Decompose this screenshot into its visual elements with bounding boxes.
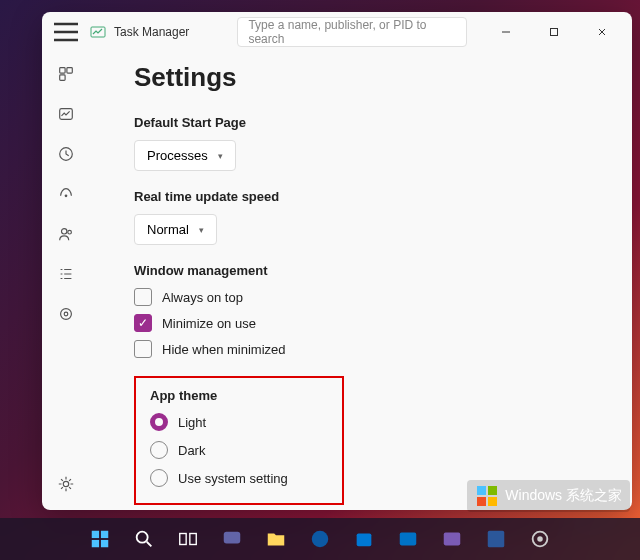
chevron-down-icon: ▾ <box>218 151 223 161</box>
highlight-annotation: App theme Light Dark Use system setting <box>134 376 344 505</box>
start-button[interactable] <box>81 520 119 558</box>
section-window-mgmt: Window management Always on top ✓ Minimi… <box>134 263 608 358</box>
sidebar <box>42 52 90 510</box>
svg-point-11 <box>64 312 68 316</box>
nav-startup[interactable] <box>47 176 85 212</box>
svg-point-8 <box>62 229 67 234</box>
nav-services[interactable] <box>47 296 85 332</box>
start-page-label: Default Start Page <box>134 115 608 130</box>
radio-system[interactable]: Use system setting <box>150 469 328 487</box>
section-start-page: Default Start Page Processes ▾ <box>134 115 608 171</box>
body: Settings Default Start Page Processes ▾ … <box>42 52 632 510</box>
page-title: Settings <box>134 62 608 93</box>
nav-users[interactable] <box>47 216 85 252</box>
window-controls <box>484 16 624 48</box>
taskbar <box>0 518 640 560</box>
radio-icon <box>150 469 168 487</box>
checkbox-hide-when-minimized[interactable]: Hide when minimized <box>134 340 608 358</box>
theme-system-label: Use system setting <box>178 471 288 486</box>
svg-rect-2 <box>60 68 65 73</box>
checkbox-icon <box>134 288 152 306</box>
svg-rect-4 <box>60 75 65 80</box>
taskbar-app-photos[interactable] <box>433 520 471 558</box>
search-input[interactable]: Type a name, publisher, or PID to search <box>237 17 467 47</box>
always-on-top-label: Always on top <box>162 290 243 305</box>
svg-rect-3 <box>67 68 72 73</box>
svg-rect-0 <box>91 27 105 37</box>
minimize-on-use-label: Minimize on use <box>162 316 256 331</box>
svg-point-31 <box>537 536 543 542</box>
svg-rect-13 <box>477 486 486 495</box>
watermark-text: Windows 系统之家 <box>505 487 622 505</box>
svg-rect-24 <box>224 532 241 544</box>
svg-rect-19 <box>92 540 99 547</box>
svg-point-25 <box>312 531 329 548</box>
nav-processes[interactable] <box>47 56 85 92</box>
start-page-value: Processes <box>147 148 208 163</box>
svg-point-10 <box>61 309 72 320</box>
app-theme-label: App theme <box>150 388 328 403</box>
svg-point-9 <box>68 230 72 234</box>
svg-rect-14 <box>488 486 497 495</box>
svg-rect-1 <box>551 29 558 36</box>
svg-point-12 <box>63 481 68 486</box>
theme-dark-label: Dark <box>178 443 205 458</box>
update-speed-dropdown[interactable]: Normal ▾ <box>134 214 217 245</box>
nav-details[interactable] <box>47 256 85 292</box>
svg-rect-15 <box>477 497 486 506</box>
taskbar-app-chat[interactable] <box>213 520 251 558</box>
taskbar-app-settings[interactable] <box>521 520 559 558</box>
radio-selected-icon <box>150 413 168 431</box>
checkbox-minimize-on-use[interactable]: ✓ Minimize on use <box>134 314 608 332</box>
maximize-button[interactable] <box>532 16 576 48</box>
radio-icon <box>150 441 168 459</box>
svg-rect-23 <box>190 534 196 545</box>
svg-rect-26 <box>357 534 372 547</box>
svg-rect-5 <box>60 109 73 120</box>
start-page-dropdown[interactable]: Processes ▾ <box>134 140 236 171</box>
radio-dark[interactable]: Dark <box>150 441 328 459</box>
taskbar-app-edge[interactable] <box>301 520 339 558</box>
taskbar-app-store[interactable] <box>345 520 383 558</box>
minimize-button[interactable] <box>484 16 528 48</box>
update-speed-label: Real time update speed <box>134 189 608 204</box>
checkbox-checked-icon: ✓ <box>134 314 152 332</box>
window-mgmt-label: Window management <box>134 263 608 278</box>
app-title: Task Manager <box>114 25 189 39</box>
taskbar-app-mail[interactable] <box>389 520 427 558</box>
svg-rect-17 <box>92 531 99 538</box>
svg-point-7 <box>65 194 68 197</box>
chevron-down-icon: ▾ <box>199 225 204 235</box>
svg-rect-20 <box>101 540 108 547</box>
windows-logo-icon <box>475 484 499 508</box>
app-icon <box>90 24 106 40</box>
nav-app-history[interactable] <box>47 136 85 172</box>
checkbox-always-on-top[interactable]: Always on top <box>134 288 608 306</box>
taskbar-app-word[interactable] <box>477 520 515 558</box>
nav-settings[interactable] <box>47 466 85 502</box>
search-icon[interactable] <box>125 520 163 558</box>
hide-when-min-label: Hide when minimized <box>162 342 286 357</box>
svg-rect-18 <box>101 531 108 538</box>
radio-light[interactable]: Light <box>150 413 328 431</box>
content-area: Settings Default Start Page Processes ▾ … <box>90 52 632 510</box>
titlebar: Task Manager Type a name, publisher, or … <box>42 12 632 52</box>
svg-rect-29 <box>488 531 505 548</box>
close-button[interactable] <box>580 16 624 48</box>
svg-rect-27 <box>400 533 417 546</box>
nav-performance[interactable] <box>47 96 85 132</box>
checkbox-icon <box>134 340 152 358</box>
search-placeholder: Type a name, publisher, or PID to search <box>248 18 456 46</box>
update-speed-value: Normal <box>147 222 189 237</box>
svg-rect-16 <box>488 497 497 506</box>
section-update-speed: Real time update speed Normal ▾ <box>134 189 608 245</box>
svg-rect-22 <box>180 534 186 545</box>
watermark: Windows 系统之家 <box>467 480 630 512</box>
section-app-theme: App theme Light Dark Use system setting <box>150 388 328 487</box>
task-view-icon[interactable] <box>169 520 207 558</box>
app-window: Task Manager Type a name, publisher, or … <box>42 12 632 510</box>
taskbar-app-explorer[interactable] <box>257 520 295 558</box>
theme-light-label: Light <box>178 415 206 430</box>
hamburger-menu[interactable] <box>50 16 82 48</box>
svg-rect-28 <box>444 533 461 546</box>
